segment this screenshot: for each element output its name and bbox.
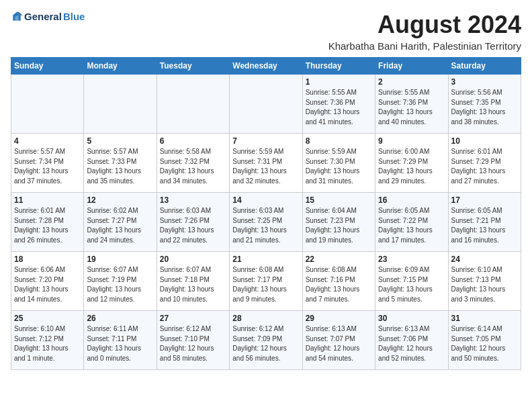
day-number: 29: [306, 314, 372, 323]
day-number: 21: [232, 255, 299, 264]
weekday-header-friday: Friday: [375, 58, 448, 75]
day-info: Sunrise: 6:00 AM Sunset: 7:29 PM Dayligh…: [378, 147, 445, 186]
calendar-cell: 29Sunrise: 6:13 AM Sunset: 7:07 PM Dayli…: [302, 311, 375, 370]
day-info: Sunrise: 6:08 AM Sunset: 7:16 PM Dayligh…: [306, 265, 372, 304]
month-title: August 2024: [328, 11, 521, 39]
calendar-table: SundayMondayTuesdayWednesdayThursdayFrid…: [11, 57, 521, 370]
location-title: Kharbatha Bani Harith, Palestinian Terri…: [328, 40, 521, 52]
day-number: 16: [378, 195, 445, 205]
day-number: 4: [14, 136, 81, 146]
day-info: Sunrise: 5:59 AM Sunset: 7:30 PM Dayligh…: [306, 147, 372, 186]
calendar-cell: 1Sunrise: 5:55 AM Sunset: 7:36 PM Daylig…: [302, 75, 375, 134]
calendar-cell: 18Sunrise: 6:06 AM Sunset: 7:20 PM Dayli…: [11, 252, 84, 311]
day-number: 8: [306, 136, 372, 146]
calendar-cell: 12Sunrise: 6:02 AM Sunset: 7:27 PM Dayli…: [84, 193, 157, 252]
calendar-cell: 27Sunrise: 6:12 AM Sunset: 7:10 PM Dayli…: [157, 311, 229, 370]
calendar-cell: 30Sunrise: 6:13 AM Sunset: 7:06 PM Dayli…: [375, 311, 448, 370]
day-info: Sunrise: 6:10 AM Sunset: 7:13 PM Dayligh…: [451, 265, 518, 304]
day-info: Sunrise: 6:10 AM Sunset: 7:12 PM Dayligh…: [14, 324, 81, 363]
calendar-cell: 25Sunrise: 6:10 AM Sunset: 7:12 PM Dayli…: [11, 311, 84, 370]
day-info: Sunrise: 6:12 AM Sunset: 7:09 PM Dayligh…: [232, 324, 299, 363]
day-number: 3: [451, 77, 518, 87]
calendar-cell: 11Sunrise: 6:01 AM Sunset: 7:28 PM Dayli…: [11, 193, 84, 252]
day-info: Sunrise: 6:09 AM Sunset: 7:15 PM Dayligh…: [378, 265, 445, 304]
day-number: 25: [14, 314, 81, 323]
day-info: Sunrise: 6:11 AM Sunset: 7:11 PM Dayligh…: [87, 324, 153, 363]
calendar-cell: 20Sunrise: 6:07 AM Sunset: 7:18 PM Dayli…: [157, 252, 229, 311]
day-number: 7: [232, 136, 299, 146]
day-info: Sunrise: 5:56 AM Sunset: 7:35 PM Dayligh…: [451, 88, 518, 127]
weekday-header-sunday: Sunday: [11, 58, 84, 75]
day-number: 10: [451, 136, 518, 146]
calendar-cell: 10Sunrise: 6:01 AM Sunset: 7:29 PM Dayli…: [448, 134, 521, 193]
calendar-cell: 22Sunrise: 6:08 AM Sunset: 7:16 PM Dayli…: [302, 252, 375, 311]
day-info: Sunrise: 6:12 AM Sunset: 7:10 PM Dayligh…: [160, 324, 226, 363]
day-number: 26: [87, 314, 153, 323]
calendar-cell: [230, 75, 302, 134]
day-number: 9: [378, 136, 445, 146]
week-row-4: 18Sunrise: 6:06 AM Sunset: 7:20 PM Dayli…: [11, 252, 521, 311]
day-number: 18: [14, 255, 81, 264]
logo-general-text: General: [24, 11, 62, 23]
calendar-cell: 15Sunrise: 6:04 AM Sunset: 7:23 PM Dayli…: [302, 193, 375, 252]
day-info: Sunrise: 6:13 AM Sunset: 7:06 PM Dayligh…: [378, 324, 445, 363]
weekday-header-monday: Monday: [84, 58, 157, 75]
day-number: 28: [232, 314, 299, 323]
calendar-cell: [11, 75, 84, 134]
day-number: 12: [87, 195, 153, 205]
week-row-3: 11Sunrise: 6:01 AM Sunset: 7:28 PM Dayli…: [11, 193, 521, 252]
logo: GeneralBlue: [11, 11, 85, 23]
day-info: Sunrise: 5:59 AM Sunset: 7:31 PM Dayligh…: [232, 147, 299, 186]
day-info: Sunrise: 6:04 AM Sunset: 7:23 PM Dayligh…: [306, 206, 372, 245]
calendar-cell: 31Sunrise: 6:14 AM Sunset: 7:05 PM Dayli…: [448, 311, 521, 370]
day-info: Sunrise: 6:03 AM Sunset: 7:26 PM Dayligh…: [160, 206, 226, 245]
calendar-cell: 21Sunrise: 6:08 AM Sunset: 7:17 PM Dayli…: [230, 252, 302, 311]
calendar-cell: 14Sunrise: 6:03 AM Sunset: 7:25 PM Dayli…: [230, 193, 302, 252]
day-number: 5: [87, 136, 153, 146]
calendar-cell: [157, 75, 229, 134]
day-number: 22: [306, 255, 372, 264]
week-row-2: 4Sunrise: 5:57 AM Sunset: 7:34 PM Daylig…: [11, 134, 521, 193]
calendar-cell: 7Sunrise: 5:59 AM Sunset: 7:31 PM Daylig…: [230, 134, 302, 193]
calendar-cell: 26Sunrise: 6:11 AM Sunset: 7:11 PM Dayli…: [84, 311, 157, 370]
day-info: Sunrise: 5:57 AM Sunset: 7:33 PM Dayligh…: [87, 147, 153, 186]
day-number: 17: [451, 195, 518, 205]
day-number: 19: [87, 255, 153, 264]
title-block: August 2024 Kharbatha Bani Harith, Pales…: [328, 11, 521, 52]
calendar-cell: 28Sunrise: 6:12 AM Sunset: 7:09 PM Dayli…: [230, 311, 302, 370]
day-info: Sunrise: 5:55 AM Sunset: 7:36 PM Dayligh…: [306, 88, 372, 127]
day-number: 20: [160, 255, 226, 264]
day-number: 2: [378, 77, 445, 87]
day-info: Sunrise: 6:07 AM Sunset: 7:18 PM Dayligh…: [160, 265, 226, 304]
calendar-cell: 13Sunrise: 6:03 AM Sunset: 7:26 PM Dayli…: [157, 193, 229, 252]
calendar-cell: 6Sunrise: 5:58 AM Sunset: 7:32 PM Daylig…: [157, 134, 229, 193]
day-number: 11: [14, 195, 81, 205]
calendar-cell: 17Sunrise: 6:05 AM Sunset: 7:21 PM Dayli…: [448, 193, 521, 252]
day-info: Sunrise: 6:05 AM Sunset: 7:22 PM Dayligh…: [378, 206, 445, 245]
calendar-cell: 16Sunrise: 6:05 AM Sunset: 7:22 PM Dayli…: [375, 193, 448, 252]
calendar-cell: 9Sunrise: 6:00 AM Sunset: 7:29 PM Daylig…: [375, 134, 448, 193]
calendar-cell: 23Sunrise: 6:09 AM Sunset: 7:15 PM Dayli…: [375, 252, 448, 311]
week-row-1: 1Sunrise: 5:55 AM Sunset: 7:36 PM Daylig…: [11, 75, 521, 134]
day-info: Sunrise: 6:08 AM Sunset: 7:17 PM Dayligh…: [232, 265, 299, 304]
day-number: 24: [451, 255, 518, 264]
day-info: Sunrise: 6:01 AM Sunset: 7:29 PM Dayligh…: [451, 147, 518, 186]
day-info: Sunrise: 6:05 AM Sunset: 7:21 PM Dayligh…: [451, 206, 518, 245]
calendar-cell: 8Sunrise: 5:59 AM Sunset: 7:30 PM Daylig…: [302, 134, 375, 193]
calendar-cell: 3Sunrise: 5:56 AM Sunset: 7:35 PM Daylig…: [448, 75, 521, 134]
day-info: Sunrise: 6:14 AM Sunset: 7:05 PM Dayligh…: [451, 324, 518, 363]
day-number: 23: [378, 255, 445, 264]
weekday-header-saturday: Saturday: [448, 58, 521, 75]
day-info: Sunrise: 6:02 AM Sunset: 7:27 PM Dayligh…: [87, 206, 153, 245]
day-info: Sunrise: 6:03 AM Sunset: 7:25 PM Dayligh…: [232, 206, 299, 245]
calendar-cell: 4Sunrise: 5:57 AM Sunset: 7:34 PM Daylig…: [11, 134, 84, 193]
weekday-header-thursday: Thursday: [302, 58, 375, 75]
day-number: 31: [451, 314, 518, 323]
day-info: Sunrise: 5:57 AM Sunset: 7:34 PM Dayligh…: [14, 147, 81, 186]
day-info: Sunrise: 6:06 AM Sunset: 7:20 PM Dayligh…: [14, 265, 81, 304]
calendar-cell: [84, 75, 157, 134]
logo-icon: [11, 11, 23, 23]
page-header: GeneralBlue August 2024 Kharbatha Bani H…: [11, 11, 521, 52]
day-number: 30: [378, 314, 445, 323]
day-number: 14: [232, 195, 299, 205]
